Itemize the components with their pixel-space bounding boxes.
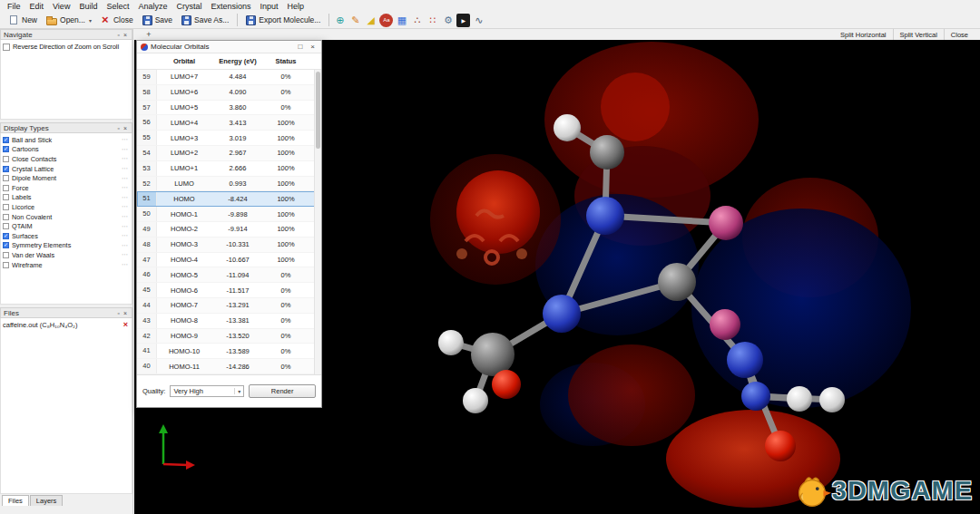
close-button[interactable]: Close (96, 15, 138, 26)
dialog-close-button[interactable]: × (308, 43, 318, 51)
quality-select[interactable]: Very High ▾ (170, 385, 244, 397)
reverse-zoom-checkbox[interactable] (3, 44, 10, 51)
dialog-titlebar[interactable]: Molecular Orbitals □ × (137, 41, 321, 53)
display-type-checkbox[interactable] (3, 137, 9, 143)
menu-item[interactable]: Select (102, 2, 133, 11)
display-type-options-button[interactable]: ⋯ (122, 242, 130, 249)
orbital-row[interactable]: 51 HOMO -8.424 100% (137, 191, 321, 207)
orbital-row[interactable]: 52 LUMO 0.993 100% (137, 177, 321, 192)
display-type-row[interactable]: Cartoons ⋯ (3, 145, 130, 155)
orbital-row[interactable]: 44 HOMO-7 -13.291 0% (137, 298, 321, 314)
save-as-button[interactable]: Save As... (177, 15, 233, 26)
display-type-checkbox[interactable] (3, 252, 9, 258)
orbital-row[interactable]: 53 LUMO+1 2.666 100% (137, 161, 321, 177)
display-type-row[interactable]: Non Covalent ⋯ (3, 212, 130, 222)
display-type-checkbox[interactable] (3, 166, 9, 172)
display-type-options-button[interactable]: ⋯ (122, 175, 130, 182)
display-type-options-button[interactable]: ⋯ (122, 232, 130, 239)
display-type-checkbox[interactable] (3, 223, 9, 229)
draw-tool-icon[interactable]: ✎ (348, 14, 362, 27)
display-type-checkbox[interactable] (3, 146, 9, 152)
reverse-zoom-row[interactable]: Reverse Direction of Zoom on Scroll (3, 43, 130, 51)
display-type-checkbox[interactable] (3, 194, 9, 200)
display-type-row[interactable]: Wireframe ⋯ (3, 260, 130, 270)
orbital-row[interactable]: 49 HOMO-2 -9.914 100% (137, 222, 321, 238)
display-type-checkbox[interactable] (3, 242, 9, 248)
display-type-options-button[interactable]: ⋯ (122, 155, 130, 162)
export-molecule-button[interactable]: Export Molecule... (241, 15, 325, 26)
display-type-checkbox[interactable] (3, 233, 9, 239)
panel-close-button[interactable]: × (122, 310, 129, 316)
orbital-row[interactable]: 56 LUMO+4 3.413 100% (137, 115, 321, 131)
render-button[interactable]: Render (249, 384, 316, 398)
menu-item[interactable]: Help (283, 2, 309, 11)
display-type-options-button[interactable]: ⋯ (122, 165, 130, 172)
sidebar-tab[interactable]: Layers (30, 495, 64, 506)
new-button[interactable]: New (4, 15, 42, 25)
orbital-row[interactable]: 43 HOMO-8 -13.381 0% (137, 314, 321, 329)
menu-item[interactable]: Edit (25, 2, 49, 11)
orbital-row[interactable]: 42 HOMO-9 -13.520 0% (137, 329, 321, 344)
plot-tool-icon[interactable]: ∿ (472, 14, 485, 27)
menu-item[interactable]: File (3, 2, 25, 11)
panel-close-button[interactable]: × (122, 125, 129, 131)
menu-item[interactable]: Build (74, 2, 102, 11)
display-type-options-button[interactable]: ⋯ (122, 223, 130, 230)
menu-item[interactable]: View (48, 2, 74, 11)
display-type-row[interactable]: Force ⋯ (3, 183, 130, 193)
open-button[interactable]: Open... (42, 15, 96, 26)
save-button[interactable]: Save (138, 15, 177, 26)
menu-item[interactable]: Extensions (206, 2, 255, 11)
display-type-options-button[interactable]: ⋯ (122, 251, 130, 258)
display-type-options-button[interactable]: ⋯ (122, 213, 130, 220)
display-type-options-button[interactable]: ⋯ (122, 146, 130, 153)
display-type-options-button[interactable]: ⋯ (122, 194, 130, 201)
display-type-row[interactable]: Crystal Lattice ⋯ (3, 164, 130, 174)
display-type-checkbox[interactable] (3, 214, 9, 220)
display-type-checkbox[interactable] (3, 175, 9, 181)
orbital-row[interactable]: 40 HOMO-11 -14.286 0% (137, 359, 321, 374)
display-type-checkbox[interactable] (3, 204, 9, 210)
template-tool-icon[interactable]: ⚙ (441, 14, 455, 27)
display-type-checkbox[interactable] (3, 262, 9, 268)
display-type-options-button[interactable]: ⋯ (122, 184, 130, 191)
orbital-row[interactable]: 46 HOMO-5 -11.094 0% (137, 267, 321, 283)
display-type-options-button[interactable]: ⋯ (122, 203, 130, 210)
display-type-row[interactable]: Licorice ⋯ (3, 202, 130, 212)
new-view-tab-button[interactable]: + (144, 30, 153, 39)
viewport-action-button[interactable]: Close (944, 29, 975, 40)
display-type-options-button[interactable]: ⋯ (122, 136, 130, 143)
manipulate-tool-icon[interactable]: ∴ (410, 14, 424, 27)
viewport-action-button[interactable]: Split Horizontal (834, 29, 892, 40)
navigate-tool-icon[interactable]: ⊕ (333, 14, 347, 27)
select-tool-icon[interactable]: ▦ (395, 14, 408, 27)
table-scrollbar[interactable] (314, 70, 321, 374)
orbital-row[interactable]: 57 LUMO+5 3.860 0% (137, 101, 321, 116)
dialog-maximize-button[interactable]: □ (295, 43, 305, 51)
orbital-row[interactable]: 41 HOMO-10 -13.589 0% (137, 344, 321, 359)
orbital-row[interactable]: 58 LUMO+6 4.090 0% (137, 85, 321, 101)
display-type-options-button[interactable]: ⋯ (122, 261, 130, 268)
orbital-row[interactable]: 55 LUMO+3 3.019 100% (137, 131, 321, 146)
panel-close-button[interactable]: × (122, 32, 129, 38)
animation-tool-icon[interactable]: ▶ (456, 14, 470, 27)
display-type-row[interactable]: Symmetry Elements ⋯ (3, 241, 130, 251)
display-type-row[interactable]: Labels ⋯ (3, 193, 130, 203)
orbital-row[interactable]: 47 HOMO-4 -10.667 100% (137, 253, 321, 268)
orbital-row[interactable]: 54 LUMO+2 2.967 100% (137, 146, 321, 161)
align-tool-icon[interactable]: ∷ (426, 14, 439, 27)
menu-item[interactable]: Crystal (172, 2, 206, 11)
label-tool-icon[interactable]: Aa (379, 14, 393, 27)
orbital-row[interactable]: 50 HOMO-1 -9.898 100% (137, 207, 321, 222)
display-type-row[interactable]: Surfaces ⋯ (3, 231, 130, 241)
menu-item[interactable]: Input (256, 2, 283, 11)
display-type-row[interactable]: Van der Waals ⋯ (3, 250, 130, 260)
display-type-row[interactable]: Dipole Moment ⋯ (3, 173, 130, 183)
display-type-row[interactable]: Ball and Stick ⋯ (3, 135, 130, 145)
file-list-item[interactable]: caffeine.out (C₈H₁₀N₄O₂) × (3, 320, 130, 329)
scrollbar-thumb[interactable] (316, 72, 320, 149)
orbital-row[interactable]: 59 LUMO+7 4.484 0% (137, 70, 321, 85)
viewport-action-button[interactable]: Split Vertical (893, 29, 944, 40)
orbital-row[interactable]: 45 HOMO-6 -11.517 0% (137, 283, 321, 298)
display-type-checkbox[interactable] (3, 156, 9, 162)
